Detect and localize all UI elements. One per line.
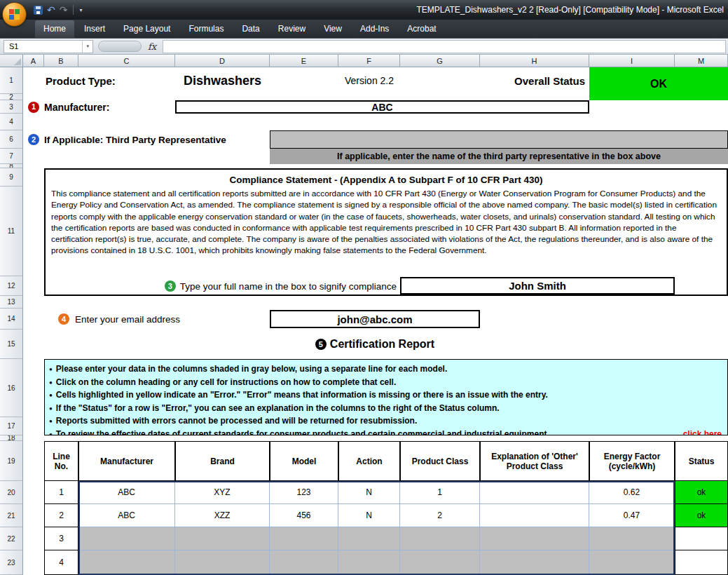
row-header[interactable]: 19 [0,441,23,481]
cell-manufacturer[interactable] [78,527,175,550]
table-header-line-no[interactable]: Line No. [44,441,78,481]
tab-review[interactable]: Review [270,20,314,38]
tab-home[interactable]: Home [35,20,74,38]
cell-product-class[interactable] [400,527,480,550]
cell-energy-factor[interactable] [589,550,675,575]
row-header[interactable]: 11 [0,187,23,276]
cell-product-class[interactable]: 2 [400,504,480,527]
tab-data[interactable]: Data [233,20,268,38]
column-header-h[interactable]: H [480,55,589,67]
table-header-manufacturer[interactable]: Manufacturer [78,441,175,481]
table-header-product-class[interactable]: Product Class [400,441,480,481]
row-header[interactable]: 6 [0,130,23,149]
row-header[interactable]: 21 [0,504,23,527]
column-header-a[interactable]: A [23,55,44,67]
cell-model[interactable]: 123 [270,481,338,504]
cell-manufacturer[interactable] [78,550,175,575]
row-header[interactable]: 17 [0,417,23,435]
cell-model[interactable] [270,527,338,550]
name-box-dropdown-icon[interactable]: ▾ [82,41,92,53]
cell-energy-factor[interactable]: 0.47 [589,504,675,527]
save-icon[interactable] [34,6,43,15]
cell-product-class[interactable] [400,550,480,575]
cell-energy-factor[interactable] [589,527,675,550]
row-header[interactable]: 2 [0,94,23,100]
qat-dropdown-icon[interactable]: ▾ [79,7,82,13]
undo-icon[interactable]: ↶ [47,5,55,15]
cell-energy-factor[interactable]: 0.62 [589,481,675,504]
row-header[interactable]: 3 [0,100,23,114]
row-header[interactable]: 4 [0,114,23,130]
column-header-c[interactable]: C [78,55,175,67]
column-header-g[interactable]: G [400,55,480,67]
overall-status-label: Overall Status [480,67,589,94]
instruction-line: Cells highlighted in yellow indicate an … [49,389,722,402]
insert-function-icon[interactable]: fx [146,41,163,52]
redo-icon[interactable]: ↷ [60,5,68,15]
cell-action[interactable]: N [338,481,400,504]
cell-manufacturer[interactable]: ABC [78,504,175,527]
manufacturer-input-cell[interactable]: ABC [175,100,589,114]
cell-action[interactable] [338,527,400,550]
third-party-input-cell[interactable] [270,130,728,149]
column-header-f[interactable]: F [338,55,400,67]
tab-add-ins[interactable]: Add-Ins [352,20,397,38]
tab-page-layout[interactable]: Page Layout [115,20,179,38]
cell-brand[interactable] [175,527,270,550]
column-header-d[interactable]: D [175,55,270,67]
column-header-i[interactable]: I [589,55,675,67]
click-here-link[interactable]: click here [678,428,722,436]
table-header-explanation[interactable]: Explanation of 'Other' Product Class [480,441,589,481]
cell-explanation[interactable] [480,481,589,504]
row-header[interactable]: 14 [0,309,23,330]
cell-explanation[interactable] [480,550,589,575]
tab-formulas[interactable]: Formulas [180,20,232,38]
table-header-energy-factor[interactable]: Energy Factor (cycle/kWh) [589,441,675,481]
cell-brand[interactable] [175,550,270,575]
step-2-badge: 2 [23,130,44,149]
row-header[interactable]: 20 [0,481,23,504]
cell-explanation[interactable] [480,527,589,550]
row-header[interactable]: 13 [0,296,23,309]
cell-action[interactable]: N [338,504,400,527]
cell-product-class[interactable]: 1 [400,481,480,504]
window-title: TEMPLATE_Dishwashers_v2 2 [Read-Only] [C… [416,5,728,15]
column-header-b[interactable]: B [44,55,78,67]
cell-brand[interactable]: XZZ [175,504,270,527]
tab-insert[interactable]: Insert [76,20,114,38]
name-box[interactable]: S1 ▾ [4,40,93,53]
step-1-badge: 1 [23,100,44,114]
table-header-action[interactable]: Action [338,441,400,481]
select-all-corner[interactable] [0,55,23,67]
table-header-model[interactable]: Model [270,441,338,481]
row-header[interactable]: 15 [0,330,23,359]
signature-input-cell[interactable]: John Smith [400,277,675,295]
row-header[interactable]: 1 [0,67,23,94]
cell-explanation[interactable] [480,504,589,527]
column-header-m[interactable]: M [675,55,728,67]
row-header[interactable]: 12 [0,276,23,296]
tab-view[interactable]: View [315,20,350,38]
ribbon-tab-bar: Home Insert Page Layout Formulas Data Re… [0,20,728,39]
product-type-label: Product Type: [44,67,175,94]
formula-input[interactable] [163,40,726,53]
tab-acrobat[interactable]: Acrobat [399,20,444,38]
table-header-brand[interactable]: Brand [175,441,270,481]
row-header[interactable]: 23 [0,550,23,575]
office-button[interactable] [2,2,27,27]
cell-manufacturer[interactable]: ABC [78,481,175,504]
column-header-e[interactable]: E [270,55,338,67]
cell-action[interactable] [338,550,400,575]
compliance-title: Compliance Statement - (Appendix A to Su… [44,168,728,187]
row-header[interactable]: 7 [0,149,23,164]
cell-model[interactable] [270,550,338,575]
row-header[interactable]: 9 [0,168,23,187]
row-header[interactable]: 16 [0,359,23,417]
instruction-line: If the "Status" for a row is "Error," yo… [49,402,722,416]
cell-brand[interactable]: XYZ [175,481,270,504]
row-header[interactable]: 22 [0,527,23,550]
cell-model[interactable]: 456 [270,504,338,527]
email-input-cell[interactable]: john@abc.com [270,310,480,328]
table-header-status[interactable]: Status [675,441,728,481]
row-header[interactable]: 18 [0,435,23,441]
